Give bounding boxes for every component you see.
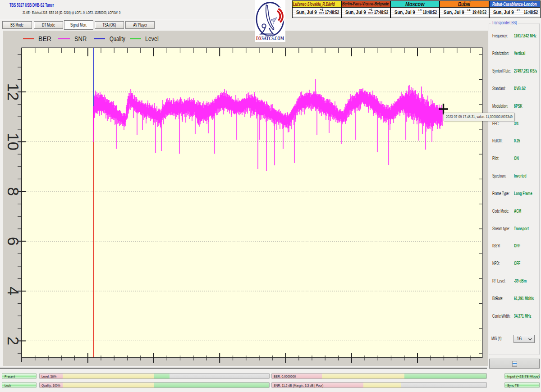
svg-text:6: 6 xyxy=(5,237,22,246)
svg-text:2: 2 xyxy=(5,337,22,345)
svg-text:Level: Level xyxy=(145,35,159,42)
svg-text:8: 8 xyxy=(5,187,22,196)
svg-text:BER: BER xyxy=(38,35,51,42)
svg-text:DXSATCS.COM: DXSATCS.COM xyxy=(256,35,284,41)
svg-text:4: 4 xyxy=(5,287,22,295)
svg-text:12: 12 xyxy=(5,83,22,101)
svg-text:10: 10 xyxy=(5,133,22,150)
svg-text:SNR: SNR xyxy=(74,35,87,42)
svg-text:Quality: Quality xyxy=(110,35,125,42)
